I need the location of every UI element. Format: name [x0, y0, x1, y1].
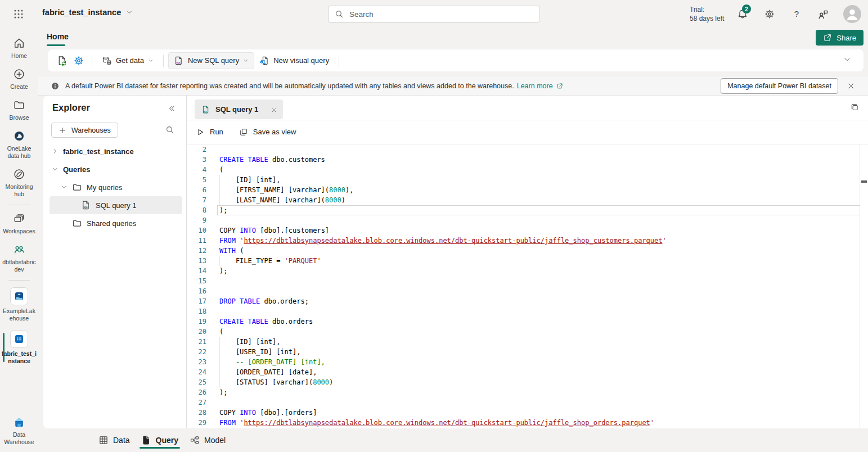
- line-number: 22: [187, 347, 206, 357]
- settings-toolbar-button[interactable]: [70, 53, 87, 69]
- workspace-switcher[interactable]: fabric_test_instance: [42, 8, 133, 17]
- ribbon: Home Share: [0, 28, 868, 47]
- code-text: COPY INTO [dbo].[customers]: [219, 225, 329, 236]
- code-line: 11FROM 'https://dbtlabsynapsedatalake.bl…: [187, 236, 860, 246]
- global-search[interactable]: [328, 6, 540, 22]
- query-document-icon: [141, 435, 151, 445]
- tree-item-fabric-test-instance[interactable]: fabric_test_instance: [43, 142, 186, 160]
- learn-more-link[interactable]: Learn more: [517, 82, 564, 90]
- chevron-down-icon[interactable]: [61, 184, 68, 191]
- get-data-button[interactable]: Get data: [97, 53, 159, 69]
- tab-model[interactable]: Model: [188, 428, 227, 452]
- query-tab[interactable]: SQL SQL query 1: [195, 100, 283, 119]
- sidebar-item-dbtlabsfabricdev[interactable]: dbtlabsfabricdev: [0, 239, 38, 277]
- code-line: 2: [187, 144, 860, 155]
- tab-home[interactable]: Home: [47, 32, 69, 41]
- manage-dataset-button[interactable]: Manage default Power BI dataset: [721, 78, 838, 94]
- sidebar-item-examplelakehouse[interactable]: ExampleLakehouse: [0, 283, 38, 326]
- sidebar-item-label: Data Warehouse: [2, 431, 37, 446]
- settings-button[interactable]: [764, 8, 775, 20]
- app-launcher-button[interactable]: [12, 8, 25, 20]
- tree-item-label: Queries: [63, 165, 90, 174]
- tab-query[interactable]: Query: [140, 428, 180, 452]
- tree-item-shared-queries[interactable]: Shared queries: [43, 214, 186, 232]
- editor-scrollbar[interactable]: [860, 144, 868, 428]
- feedback-button[interactable]: [817, 8, 831, 20]
- search-input[interactable]: [348, 10, 519, 19]
- tab-close-button[interactable]: [271, 106, 277, 112]
- tree-item-queries[interactable]: Queries: [43, 160, 186, 178]
- code-line: 24 [ORDER_DATE] [date],: [187, 367, 860, 377]
- code-line: 8);: [187, 205, 860, 215]
- explorer-title: Explorer: [52, 102, 90, 113]
- chevron-down-icon[interactable]: [52, 166, 59, 173]
- tree-item-sql-query-1[interactable]: SQLSQL query 1: [50, 196, 182, 214]
- tree-item-my-queries[interactable]: My queries: [43, 178, 186, 196]
- share-icon: [823, 33, 832, 42]
- code-line: 15: [187, 276, 860, 286]
- data-warehouse-icon: [12, 415, 26, 429]
- code-line: 10COPY INTO [dbo].[customers]: [187, 225, 860, 236]
- indent-guide: [219, 185, 220, 195]
- sidebar-item-fabric-test-instance[interactable]: fabric_test_instance: [0, 326, 38, 369]
- svg-text:SQL: SQL: [176, 61, 181, 64]
- sidebar-item-workspaces[interactable]: Workspaces: [0, 208, 38, 239]
- tree-item-label: Shared queries: [87, 219, 136, 228]
- save-as-view-button[interactable]: Save as view: [239, 128, 296, 137]
- sidebar-item-onelake-data-hub[interactable]: OneLake data hub: [0, 125, 38, 164]
- info-icon: [51, 82, 60, 91]
- info-banner: A default Power BI dataset for faster re…: [38, 77, 868, 96]
- sidebar-item-browse[interactable]: Browse: [0, 94, 38, 125]
- sidebar-item-label: Create: [10, 83, 28, 91]
- code-text: FROM 'https://dbtlabsynapsedatalake.blob…: [219, 236, 667, 246]
- tab-data[interactable]: Data: [97, 428, 132, 452]
- sql-code-area[interactable]: 23CREATE TABLE dbo.customers4(5 [ID] [in…: [187, 144, 860, 428]
- line-number: 8: [187, 205, 206, 215]
- indent-guide: [219, 195, 220, 205]
- code-text: COPY INTO [dbo].[orders]: [219, 408, 317, 418]
- indent-guide: [219, 377, 220, 387]
- lakehouse-icon: [10, 287, 28, 305]
- chevron-down-icon: [126, 9, 133, 16]
- gear-icon: [764, 8, 775, 20]
- home-icon: [12, 37, 26, 50]
- line-number: 21: [187, 337, 206, 347]
- toolbar-expand-button[interactable]: [843, 56, 851, 66]
- notifications-button[interactable]: 2: [737, 8, 748, 20]
- tab-list-button[interactable]: [850, 103, 860, 112]
- sidebar-item-data-warehouse[interactable]: Data Warehouse: [0, 412, 38, 450]
- avatar[interactable]: [843, 5, 861, 23]
- banner-close-button[interactable]: [847, 82, 856, 91]
- explorer-search-button[interactable]: [165, 125, 175, 135]
- code-text: (: [219, 327, 223, 337]
- sidebar-item-create[interactable]: Create: [0, 64, 38, 94]
- code-line: 19CREATE TABLE dbo.orders: [187, 317, 860, 327]
- workspaces-icon: [12, 212, 26, 225]
- tree-item-label: SQL query 1: [96, 201, 137, 210]
- sidebar-item-monitoring-hub[interactable]: Monitoring hub: [0, 164, 38, 202]
- rail-divider: [8, 205, 30, 205]
- code-text: [FIRST_NAME] [varchar](8000),: [219, 185, 353, 195]
- refresh-button[interactable]: [53, 53, 70, 69]
- collapse-panel-button[interactable]: [168, 105, 176, 113]
- code-text: (: [219, 165, 223, 175]
- run-button[interactable]: Run: [196, 128, 223, 137]
- share-button[interactable]: Share: [816, 30, 863, 46]
- sidebar-item-label: dbtlabsfabricdev: [2, 259, 37, 273]
- code-line: 21 [ID] [int],: [187, 337, 860, 347]
- line-number: 28: [187, 408, 206, 418]
- command-toolbar: Get data SQL New SQL query New visual qu…: [48, 49, 863, 71]
- code-text: CREATE TABLE dbo.orders: [219, 317, 313, 327]
- svg-text:SQL: SQL: [83, 206, 88, 209]
- help-button[interactable]: ?: [791, 8, 802, 20]
- code-text: CREATE TABLE dbo.customers: [219, 155, 325, 165]
- gear-blue-icon: [73, 55, 84, 66]
- new-sql-query-button[interactable]: SQL New SQL query: [168, 52, 254, 69]
- chevron-right-icon[interactable]: [52, 148, 59, 155]
- new-visual-query-button[interactable]: New visual query: [254, 53, 334, 69]
- code-line: 29FROM 'https://dbtlabsynapsedatalake.bl…: [187, 418, 860, 428]
- line-number: 5: [187, 175, 206, 185]
- play-icon: [196, 128, 205, 137]
- new-warehouse-button[interactable]: Warehouses: [51, 123, 118, 138]
- sidebar-item-home[interactable]: Home: [0, 33, 38, 64]
